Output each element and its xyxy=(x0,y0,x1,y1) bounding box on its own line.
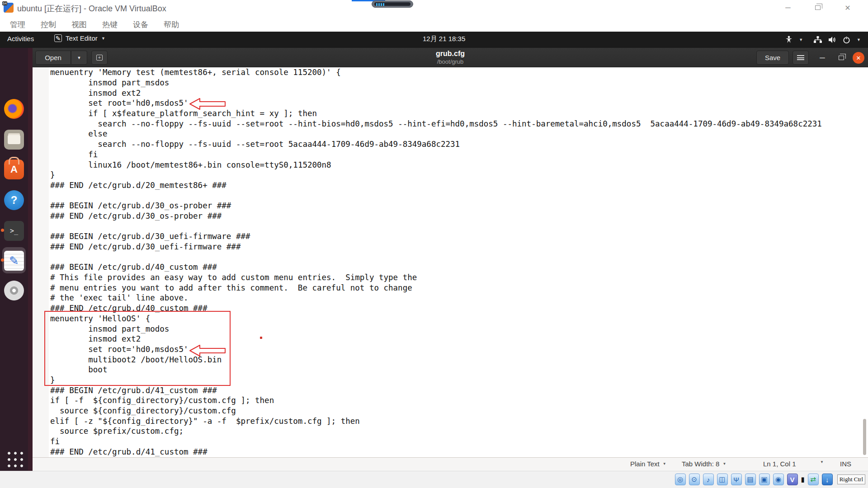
code-line[interactable]: 274 else xyxy=(33,129,868,139)
code-line[interactable]: 275 search --no-floppy --fs-uuid --set=r… xyxy=(33,139,868,150)
vbox-menu-item[interactable]: 管理 xyxy=(7,19,28,31)
recording-icon[interactable]: ◉ xyxy=(773,474,784,485)
code-line[interactable]: 303 source $prefix/custom.cfg; xyxy=(33,426,868,436)
code-line[interactable]: 286 xyxy=(33,252,868,262)
vbox-menu-item[interactable]: 帮助 xyxy=(161,19,182,31)
code-line[interactable]: 299### BEGIN /etc/grub.d/41_custom ### xyxy=(33,385,868,395)
code-line[interactable]: 283 xyxy=(33,221,868,231)
code-line[interactable]: 302elif [ -z "${config_directory}" -a -f… xyxy=(33,416,868,426)
code-line[interactable]: 288# This file provides an easy way to a… xyxy=(33,272,868,283)
line-text: ### END /etc/grub.d/40_custom ### xyxy=(50,304,208,313)
hard-disks-icon[interactable]: ◎ xyxy=(675,474,686,485)
code-line[interactable]: 287### BEGIN /etc/grub.d/40_custom ### xyxy=(33,262,868,272)
vbox-menu-item[interactable]: 视图 xyxy=(69,19,90,31)
code-line[interactable]: 271 set root='hd0,msdos5' xyxy=(33,98,868,108)
power-icon[interactable] xyxy=(843,36,850,44)
dock-item-terminal[interactable]: >_ xyxy=(0,217,28,245)
line-text: } xyxy=(50,375,55,385)
restore-icon xyxy=(839,56,844,60)
code-line[interactable]: 297 boot xyxy=(33,365,868,375)
network-icon[interactable]: ◫ xyxy=(717,474,728,485)
show-applications-button[interactable] xyxy=(5,449,23,467)
code-line[interactable]: 298} xyxy=(33,375,868,385)
dock-item-text-editor[interactable]: ✎ xyxy=(0,247,28,275)
cursor-position[interactable]: Ln 1, Col 1 xyxy=(761,460,798,468)
line-text: if [ -f ${config_directory}/custom.cfg ]… xyxy=(50,396,274,405)
gedit-headerbar: Open ▼ + grub.cfg /boot/grub Save ─ ✕ xyxy=(33,48,868,67)
vertical-scrollbar[interactable] xyxy=(863,419,866,455)
code-line[interactable]: 276 fi xyxy=(33,150,868,160)
code-line[interactable]: 281### BEGIN /etc/grub.d/30_os-prober ##… xyxy=(33,201,868,211)
code-line[interactable]: 284### BEGIN /etc/grub.d/30_uefi-firmwar… xyxy=(33,231,868,242)
save-button[interactable]: Save xyxy=(756,51,789,65)
display-icon[interactable]: ▣ xyxy=(759,474,770,485)
code-line[interactable]: 304fi xyxy=(33,436,868,447)
code-line[interactable]: 272 if [ x$feature_platform_search_hint … xyxy=(33,108,868,119)
code-line[interactable]: 305### END /etc/grub.d/41_custom ### xyxy=(33,446,868,457)
code-line[interactable]: 268menuentry 'Memory test (memtest86+, s… xyxy=(33,67,868,78)
code-line[interactable]: 279### END /etc/grub.d/20_memtest86+ ### xyxy=(33,180,868,191)
tab-width-selector[interactable]: Tab Width: 8 ▼ xyxy=(680,460,728,468)
network-icon[interactable] xyxy=(814,36,822,43)
vbox-menu-item[interactable]: 设备 xyxy=(130,19,151,31)
line-text: menuentry 'Memory test (memtest86+, seri… xyxy=(50,68,341,77)
code-line[interactable]: 273 search --no-floppy --fs-uuid --set=r… xyxy=(33,118,868,129)
vbox-menubar: 管理控制视图热键设备帮助 xyxy=(0,15,868,32)
code-line[interactable]: 294 insmod ext2 xyxy=(33,334,868,344)
vbox-minimize-button[interactable]: ─ xyxy=(778,0,798,15)
menu-button[interactable] xyxy=(793,51,809,65)
shared-folders-icon[interactable]: ▤ xyxy=(745,474,756,485)
usb-icon[interactable]: Ψ xyxy=(731,474,742,485)
accessibility-icon[interactable] xyxy=(785,36,793,44)
code-line[interactable]: 290# the 'exec tail' line above. xyxy=(33,293,868,303)
gedit-minimize-button[interactable]: ─ xyxy=(816,52,829,64)
code-line[interactable]: 278} xyxy=(33,170,868,180)
insert-mode-indicator[interactable]: INS xyxy=(838,460,853,468)
gedit-restore-button[interactable] xyxy=(835,52,848,64)
dock-item-disc[interactable] xyxy=(0,277,28,305)
code-line[interactable]: 301 source ${config_directory}/custom.cf… xyxy=(33,406,868,416)
clock[interactable]: 12月 21 18:35 xyxy=(423,35,465,43)
app-menu[interactable]: ✎ Text Editor ▼ xyxy=(54,34,105,42)
optical-drives-icon[interactable]: ⊙ xyxy=(689,474,700,485)
mouse-integration-icon[interactable]: ⇄ xyxy=(808,474,819,485)
audio-icon[interactable]: ♪ xyxy=(703,474,714,485)
code-line[interactable]: 300if [ -f ${config_directory}/custom.cf… xyxy=(33,395,868,406)
document-title-block: grub.cfg /boot/grub xyxy=(33,50,868,65)
text-editing-area[interactable]: 268menuentry 'Memory test (memtest86+, s… xyxy=(33,67,868,457)
vbox-mini-toolbar[interactable] xyxy=(372,0,413,8)
code-line[interactable]: 280 xyxy=(33,190,868,201)
caret-indicator[interactable]: ▮ xyxy=(801,474,805,485)
dock-item-firefox[interactable] xyxy=(0,95,28,123)
code-line[interactable]: 270 insmod ext2 xyxy=(33,88,868,98)
code-line[interactable]: 292menuentry 'HelloOS' { xyxy=(33,314,868,324)
code-line[interactable]: 291### END /etc/grub.d/40_custom ### xyxy=(33,303,868,314)
machine-log-icon[interactable]: V xyxy=(787,474,798,485)
code-line[interactable]: 269 insmod part_msdos xyxy=(33,78,868,88)
code-line[interactable]: 277 linux16 /boot/memtest86+.bin console… xyxy=(33,160,868,170)
code-line[interactable]: 295 set root='hd0,msdos5' xyxy=(33,344,868,355)
code-line[interactable]: 282### END /etc/grub.d/30_os-prober ### xyxy=(33,211,868,221)
code-line[interactable]: 293 insmod part_modos xyxy=(33,324,868,334)
vbox-restore-button[interactable] xyxy=(807,0,828,15)
language-selector[interactable]: Plain Text ▼ xyxy=(628,460,668,468)
code-line[interactable]: 296 multiboot2 /boot/HelloOS.bin xyxy=(33,354,868,365)
volume-icon[interactable] xyxy=(828,36,836,43)
vbox-menu-item[interactable]: 控制 xyxy=(38,19,59,31)
gedit-close-button[interactable]: ✕ xyxy=(852,52,865,64)
virtualbox-app-icon xyxy=(4,3,14,13)
code-line[interactable]: 289# menu entries you want to add after … xyxy=(33,282,868,293)
keyboard-capture-icon[interactable]: ↓ xyxy=(822,474,833,485)
goto-line-dropdown[interactable]: ▼ xyxy=(818,460,826,465)
code-line[interactable]: 285### END /etc/grub.d/30_uefi-firmware … xyxy=(33,242,868,252)
vbox-window-title: ubuntu [正在运行] - Oracle VM VirtualBox xyxy=(17,3,166,14)
dock-item-ubuntu-software[interactable]: A xyxy=(0,155,28,183)
dock-item-help[interactable]: ? xyxy=(0,186,28,214)
chevron-down-icon[interactable]: ▼ xyxy=(799,38,803,42)
vbox-close-button[interactable]: ✕ xyxy=(837,0,858,15)
dock-item-files[interactable] xyxy=(0,126,28,154)
vbox-menu-item[interactable]: 热键 xyxy=(99,19,120,31)
chevron-down-icon[interactable]: ▼ xyxy=(857,38,861,42)
activities-button[interactable]: Activities xyxy=(5,35,37,42)
gedit-statusbar: Plain Text ▼ Tab Width: 8 ▼ Ln 1, Col 1 … xyxy=(33,457,868,471)
